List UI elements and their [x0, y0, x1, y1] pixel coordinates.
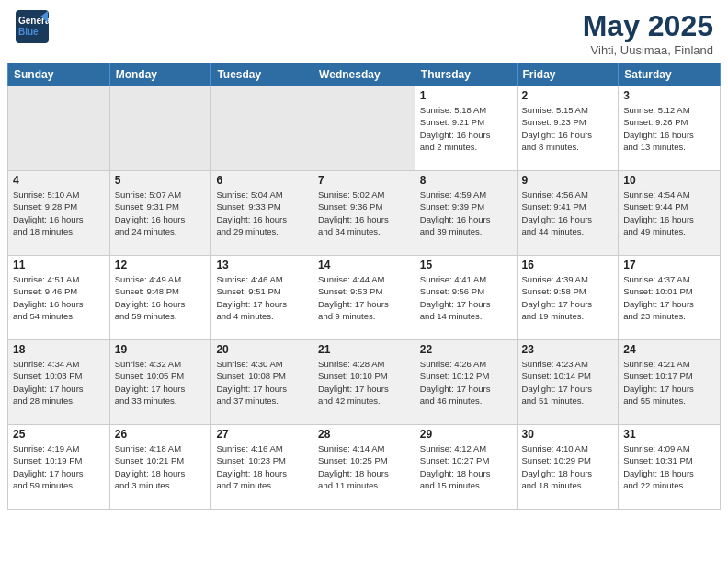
day-number: 12: [115, 259, 207, 271]
calendar-cell: 21Sunrise: 4:28 AM Sunset: 10:10 PM Dayl…: [313, 340, 415, 425]
day-number: 5: [115, 174, 207, 187]
calendar-cell: 9Sunrise: 4:56 AM Sunset: 9:41 PM Daylig…: [517, 171, 619, 256]
day-info: Sunrise: 5:12 AM Sunset: 9:26 PM Dayligh…: [623, 104, 715, 153]
day-info: Sunrise: 4:23 AM Sunset: 10:14 PM Daylig…: [522, 358, 614, 407]
calendar-cell: 23Sunrise: 4:23 AM Sunset: 10:14 PM Dayl…: [517, 340, 619, 425]
day-info: Sunrise: 5:15 AM Sunset: 9:23 PM Dayligh…: [522, 104, 614, 153]
calendar-cell: 25Sunrise: 4:19 AM Sunset: 10:19 PM Dayl…: [8, 425, 110, 510]
calendar-cell: [211, 86, 313, 171]
day-info: Sunrise: 5:02 AM Sunset: 9:36 PM Dayligh…: [318, 189, 410, 237]
calendar-cell: 16Sunrise: 4:39 AM Sunset: 9:58 PM Dayli…: [517, 256, 619, 340]
col-thursday: Thursday: [415, 63, 517, 86]
calendar-cell: 12Sunrise: 4:49 AM Sunset: 9:48 PM Dayli…: [109, 256, 211, 340]
calendar-cell: 4Sunrise: 5:10 AM Sunset: 9:28 PM Daylig…: [8, 171, 110, 256]
day-info: Sunrise: 5:07 AM Sunset: 9:31 PM Dayligh…: [115, 189, 207, 237]
calendar-cell: 5Sunrise: 5:07 AM Sunset: 9:31 PM Daylig…: [109, 171, 211, 256]
calendar-cell: 11Sunrise: 4:51 AM Sunset: 9:46 PM Dayli…: [8, 256, 110, 340]
day-info: Sunrise: 5:10 AM Sunset: 9:28 PM Dayligh…: [13, 189, 105, 237]
day-number: 2: [522, 89, 614, 102]
day-info: Sunrise: 4:14 AM Sunset: 10:25 PM Daylig…: [318, 442, 410, 491]
day-info: Sunrise: 4:16 AM Sunset: 10:23 PM Daylig…: [216, 442, 308, 491]
day-info: Sunrise: 4:10 AM Sunset: 10:29 PM Daylig…: [522, 442, 614, 491]
calendar-week-row: 25Sunrise: 4:19 AM Sunset: 10:19 PM Dayl…: [8, 425, 721, 510]
calendar-cell: 30Sunrise: 4:10 AM Sunset: 10:29 PM Dayl…: [517, 425, 619, 510]
day-info: Sunrise: 4:28 AM Sunset: 10:10 PM Daylig…: [318, 358, 410, 407]
day-info: Sunrise: 4:19 AM Sunset: 10:19 PM Daylig…: [13, 442, 105, 491]
calendar-week-row: 4Sunrise: 5:10 AM Sunset: 9:28 PM Daylig…: [8, 171, 721, 256]
day-info: Sunrise: 4:59 AM Sunset: 9:39 PM Dayligh…: [420, 189, 512, 237]
logo: General Blue: [15, 9, 53, 44]
day-number: 30: [522, 428, 614, 441]
day-info: Sunrise: 4:37 AM Sunset: 10:01 PM Daylig…: [623, 273, 715, 322]
calendar-cell: [313, 86, 415, 171]
day-number: 18: [13, 343, 105, 356]
calendar-cell: 29Sunrise: 4:12 AM Sunset: 10:27 PM Dayl…: [415, 425, 517, 510]
calendar-cell: 8Sunrise: 4:59 AM Sunset: 9:39 PM Daylig…: [415, 171, 517, 256]
calendar-cell: 1Sunrise: 5:18 AM Sunset: 9:21 PM Daylig…: [415, 86, 517, 171]
col-tuesday: Tuesday: [211, 63, 313, 86]
day-number: 25: [13, 428, 105, 441]
month-title: May 2025: [583, 9, 713, 43]
day-number: 22: [420, 343, 512, 356]
day-info: Sunrise: 4:56 AM Sunset: 9:41 PM Dayligh…: [522, 189, 614, 237]
day-info: Sunrise: 4:21 AM Sunset: 10:17 PM Daylig…: [623, 358, 715, 407]
day-number: 27: [216, 428, 308, 441]
day-info: Sunrise: 4:41 AM Sunset: 9:56 PM Dayligh…: [420, 273, 512, 322]
day-number: 24: [623, 343, 715, 356]
day-number: 21: [318, 343, 410, 356]
location: Vihti, Uusimaa, Finland: [583, 43, 713, 57]
calendar-header-row: Sunday Monday Tuesday Wednesday Thursday…: [8, 63, 721, 86]
day-number: 1: [420, 89, 512, 102]
calendar-cell: 26Sunrise: 4:18 AM Sunset: 10:21 PM Dayl…: [109, 425, 211, 510]
day-info: Sunrise: 4:34 AM Sunset: 10:03 PM Daylig…: [13, 358, 105, 407]
day-number: 19: [115, 343, 207, 356]
calendar-cell: 19Sunrise: 4:32 AM Sunset: 10:05 PM Dayl…: [109, 340, 211, 425]
day-info: Sunrise: 4:44 AM Sunset: 9:53 PM Dayligh…: [318, 273, 410, 322]
calendar-cell: 28Sunrise: 4:14 AM Sunset: 10:25 PM Dayl…: [313, 425, 415, 510]
day-number: 20: [216, 343, 308, 356]
day-info: Sunrise: 4:12 AM Sunset: 10:27 PM Daylig…: [420, 442, 512, 491]
day-number: 7: [318, 174, 410, 187]
col-saturday: Saturday: [619, 63, 721, 86]
col-friday: Friday: [517, 63, 619, 86]
day-number: 28: [318, 428, 410, 441]
day-info: Sunrise: 4:18 AM Sunset: 10:21 PM Daylig…: [115, 442, 207, 491]
calendar-cell: [8, 86, 110, 171]
day-number: 6: [216, 174, 308, 187]
logo-icon: General Blue: [15, 9, 50, 44]
calendar-cell: 3Sunrise: 5:12 AM Sunset: 9:26 PM Daylig…: [619, 86, 721, 171]
col-wednesday: Wednesday: [313, 63, 415, 86]
day-number: 14: [318, 259, 410, 271]
calendar-cell: 10Sunrise: 4:54 AM Sunset: 9:44 PM Dayli…: [619, 171, 721, 256]
col-monday: Monday: [109, 63, 211, 86]
day-number: 11: [13, 259, 105, 271]
day-number: 13: [216, 259, 308, 271]
title-block: May 2025 Vihti, Uusimaa, Finland: [583, 9, 713, 57]
day-info: Sunrise: 4:32 AM Sunset: 10:05 PM Daylig…: [115, 358, 207, 407]
calendar-cell: 2Sunrise: 5:15 AM Sunset: 9:23 PM Daylig…: [517, 86, 619, 171]
calendar-cell: 14Sunrise: 4:44 AM Sunset: 9:53 PM Dayli…: [313, 256, 415, 340]
calendar-cell: 22Sunrise: 4:26 AM Sunset: 10:12 PM Dayl…: [415, 340, 517, 425]
day-number: 16: [522, 259, 614, 271]
header: General Blue May 2025 Vihti, Uusimaa, Fi…: [0, 0, 728, 63]
calendar-cell: 20Sunrise: 4:30 AM Sunset: 10:08 PM Dayl…: [211, 340, 313, 425]
day-info: Sunrise: 4:39 AM Sunset: 9:58 PM Dayligh…: [522, 273, 614, 322]
calendar-cell: 17Sunrise: 4:37 AM Sunset: 10:01 PM Dayl…: [619, 256, 721, 340]
calendar-cell: 15Sunrise: 4:41 AM Sunset: 9:56 PM Dayli…: [415, 256, 517, 340]
day-number: 17: [623, 259, 715, 271]
calendar-cell: 24Sunrise: 4:21 AM Sunset: 10:17 PM Dayl…: [619, 340, 721, 425]
day-info: Sunrise: 5:04 AM Sunset: 9:33 PM Dayligh…: [216, 189, 308, 237]
day-number: 8: [420, 174, 512, 187]
day-number: 31: [623, 428, 715, 441]
day-info: Sunrise: 4:30 AM Sunset: 10:08 PM Daylig…: [216, 358, 308, 407]
calendar-week-row: 1Sunrise: 5:18 AM Sunset: 9:21 PM Daylig…: [8, 86, 721, 171]
calendar-cell: 7Sunrise: 5:02 AM Sunset: 9:36 PM Daylig…: [313, 171, 415, 256]
day-number: 4: [13, 174, 105, 187]
day-info: Sunrise: 4:51 AM Sunset: 9:46 PM Dayligh…: [13, 273, 105, 322]
day-number: 3: [623, 89, 715, 102]
day-info: Sunrise: 5:18 AM Sunset: 9:21 PM Dayligh…: [420, 104, 512, 153]
day-number: 15: [420, 259, 512, 271]
day-number: 10: [623, 174, 715, 187]
calendar-cell: 27Sunrise: 4:16 AM Sunset: 10:23 PM Dayl…: [211, 425, 313, 510]
day-number: 29: [420, 428, 512, 441]
